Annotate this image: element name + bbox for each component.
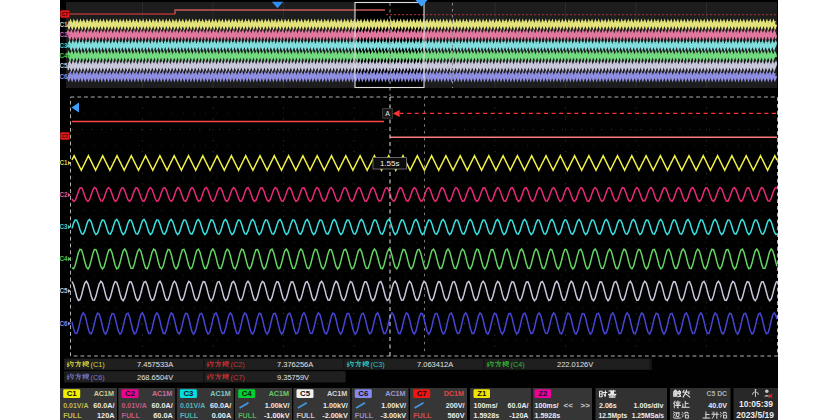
svg-text:C6: C6: [60, 73, 69, 80]
svg-text:C3: C3: [60, 42, 69, 49]
svg-text:C5: C5: [60, 62, 69, 69]
svg-text:-2.00kV: -2.00kV: [322, 411, 348, 420]
svg-text:40.0V: 40.0V: [708, 401, 727, 410]
svg-text:C5: C5: [60, 287, 69, 294]
svg-text:<<: <<: [564, 401, 574, 410]
svg-text:C7: C7: [417, 389, 427, 398]
svg-text:AC1M: AC1M: [385, 389, 405, 398]
svg-text:1.00kV/: 1.00kV/: [381, 401, 406, 410]
svg-text:C2: C2: [125, 389, 136, 398]
svg-text:C7: C7: [62, 12, 68, 17]
svg-text:-3.00kV: -3.00kV: [381, 411, 407, 420]
svg-text:C5: C5: [300, 389, 311, 398]
svg-text:7.063412A: 7.063412A: [417, 360, 453, 369]
svg-text:C6: C6: [60, 320, 69, 327]
svg-text:60.0A/: 60.0A/: [508, 402, 529, 410]
svg-text:1.5928s: 1.5928s: [535, 412, 561, 420]
svg-text:60.0A/: 60.0A/: [93, 401, 114, 410]
svg-text:(C7): (C7): [231, 373, 245, 382]
svg-text:0.00A: 0.00A: [212, 411, 232, 420]
svg-text:FULL: FULL: [122, 411, 141, 420]
svg-text:268.6504V: 268.6504V: [137, 373, 173, 382]
svg-text:C4: C4: [60, 255, 69, 262]
svg-text:222.0126V: 222.0126V: [557, 360, 593, 369]
svg-text:>>: >>: [581, 401, 591, 410]
svg-text:60.0A: 60.0A: [153, 411, 173, 420]
svg-text:AC1M: AC1M: [152, 389, 172, 398]
svg-text:C4: C4: [60, 52, 69, 59]
svg-text:C2: C2: [60, 31, 69, 38]
svg-text:1.5928s: 1.5928s: [474, 412, 500, 420]
svg-text:C4: C4: [242, 389, 253, 398]
svg-text:-1.00kV: -1.00kV: [264, 411, 290, 420]
svg-text:200V/: 200V/: [446, 401, 465, 410]
svg-text:Z2: Z2: [538, 389, 548, 398]
svg-text:(C1): (C1): [91, 360, 105, 369]
svg-text:FULL: FULL: [413, 411, 432, 420]
svg-text:-120A: -120A: [509, 412, 528, 420]
svg-text:560V: 560V: [447, 411, 464, 420]
svg-text:AC1M: AC1M: [210, 389, 230, 398]
svg-text:0.01V/A: 0.01V/A: [122, 402, 147, 409]
svg-text:C3: C3: [60, 223, 69, 230]
svg-text:1.55s: 1.55s: [380, 159, 400, 168]
svg-text:C6: C6: [358, 389, 369, 398]
svg-text:2023/5/19: 2023/5/19: [736, 410, 774, 420]
svg-text:Z1: Z1: [477, 389, 487, 398]
svg-text:AC1M: AC1M: [94, 389, 114, 398]
svg-text:A: A: [385, 110, 390, 117]
svg-text:(C4): (C4): [511, 360, 525, 369]
svg-text:(C2): (C2): [231, 360, 245, 369]
svg-text:1.00kV/: 1.00kV/: [265, 401, 290, 410]
svg-text:7.376256A: 7.376256A: [277, 360, 313, 369]
svg-text:60.0A/: 60.0A/: [152, 401, 173, 410]
svg-text:1.00kV/: 1.00kV/: [323, 401, 348, 410]
svg-text:C3: C3: [183, 389, 194, 398]
svg-text:C1: C1: [60, 21, 69, 28]
svg-text:1.00s/div: 1.00s/div: [634, 402, 664, 410]
svg-text:1.25MSa/s: 1.25MSa/s: [632, 412, 665, 419]
svg-text:FULL: FULL: [180, 411, 199, 420]
svg-text:12.5Mpts: 12.5Mpts: [599, 412, 628, 420]
svg-text:100ms/: 100ms/: [474, 402, 498, 410]
svg-text:0.01V/A: 0.01V/A: [180, 402, 205, 409]
svg-text:7.457533A: 7.457533A: [137, 360, 173, 369]
svg-text:C7: C7: [62, 134, 68, 139]
svg-text:10:05:39: 10:05:39: [739, 399, 773, 409]
svg-text:DC1M: DC1M: [444, 389, 464, 398]
svg-text:2.06s: 2.06s: [599, 402, 617, 410]
svg-text:60.0A/: 60.0A/: [210, 401, 231, 410]
svg-text:C2: C2: [60, 191, 69, 198]
svg-text:FULL: FULL: [355, 411, 374, 420]
svg-text:100ms/: 100ms/: [535, 402, 559, 410]
svg-text:AC1M: AC1M: [269, 389, 289, 398]
svg-text:C5 DC: C5 DC: [707, 390, 727, 397]
svg-text:C1: C1: [60, 159, 69, 166]
svg-text:FULL: FULL: [297, 411, 316, 420]
svg-text:AC1M: AC1M: [327, 389, 347, 398]
svg-text:9.35759V: 9.35759V: [277, 373, 309, 382]
svg-text:FULL: FULL: [63, 411, 82, 420]
svg-text:(C6): (C6): [91, 373, 105, 382]
svg-text:120A: 120A: [97, 411, 115, 420]
svg-text:C1: C1: [67, 389, 78, 398]
svg-text:0.01V/A: 0.01V/A: [63, 402, 88, 409]
svg-text:FULL: FULL: [238, 411, 257, 420]
svg-text:(C3): (C3): [371, 360, 385, 369]
